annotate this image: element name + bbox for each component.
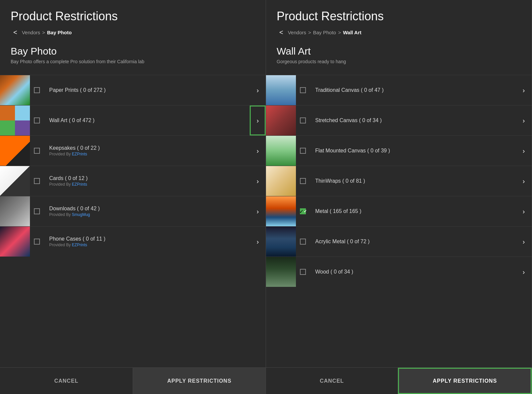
list-item-wood[interactable]: Wood ( 0 of 34 ) › bbox=[266, 257, 532, 287]
left-list: Paper Prints ( 0 of 272 ) › Wall Art ( 0… bbox=[0, 75, 266, 367]
thumb-traditional-canvas bbox=[266, 75, 296, 105]
chevron-flat-mounted-canvas[interactable]: › bbox=[516, 136, 532, 166]
left-apply-button[interactable]: APPLY RESTRICTIONS bbox=[133, 368, 266, 394]
right-apply-button[interactable]: APPLY RESTRICTIONS bbox=[398, 368, 532, 394]
checkbox-wall-art[interactable] bbox=[34, 117, 40, 123]
list-item-wall-art[interactable]: Wall Art ( 0 of 472 ) › bbox=[0, 105, 266, 135]
item-content-wood: Wood ( 0 of 34 ) bbox=[310, 265, 516, 279]
checkbox-metal[interactable]: ✓ bbox=[300, 208, 306, 214]
chevron-metal[interactable]: › bbox=[516, 196, 532, 226]
left-panel-title: Product Restrictions bbox=[11, 9, 255, 23]
list-item-thinwraps[interactable]: ThinWraps ( 0 of 81 ) › bbox=[266, 166, 532, 196]
checkbox-cards[interactable] bbox=[34, 178, 40, 184]
item-content-stretched-canvas: Stretched Canvas ( 0 of 34 ) bbox=[310, 113, 516, 127]
checkbox-phone-cases[interactable] bbox=[34, 239, 40, 245]
checkbox-thinwraps[interactable] bbox=[300, 178, 306, 184]
chevron-stretched-canvas[interactable]: › bbox=[516, 105, 532, 135]
item-name-flat-mounted-canvas: Flat Mounted Canvas ( 0 of 39 ) bbox=[315, 148, 510, 154]
chevron-downloads[interactable]: › bbox=[250, 196, 266, 226]
checkbox-flat-mounted-canvas[interactable] bbox=[300, 148, 306, 154]
list-item-traditional-canvas[interactable]: Traditional Canvas ( 0 of 47 ) › bbox=[266, 75, 532, 105]
checkbox-acrylic-metal[interactable] bbox=[300, 239, 306, 245]
right-back-button[interactable]: < bbox=[277, 27, 286, 38]
item-left-phone-cases: Phone Cases ( 0 of 11 ) Provided By EZPr… bbox=[30, 232, 250, 251]
item-content-wall-art: Wall Art ( 0 of 472 ) bbox=[44, 113, 250, 127]
right-cancel-button[interactable]: CANCEL bbox=[266, 368, 398, 394]
left-breadcrumb-base: Vendors bbox=[22, 30, 40, 35]
chevron-paper-prints[interactable]: › bbox=[250, 75, 266, 105]
item-name-downloads: Downloads ( 0 of 42 ) bbox=[49, 206, 244, 212]
left-breadcrumb: < Vendors > Bay Photo bbox=[11, 27, 255, 38]
chevron-traditional-canvas[interactable]: › bbox=[516, 75, 532, 105]
item-provider-cards: Provided By EZPrints bbox=[49, 182, 244, 187]
checkbox-traditional-canvas[interactable] bbox=[300, 87, 306, 93]
item-name-traditional-canvas: Traditional Canvas ( 0 of 47 ) bbox=[315, 87, 510, 93]
item-content-cards: Cards ( 0 of 12 ) Provided By EZPrints bbox=[44, 171, 250, 191]
right-panel-footer: CANCEL APPLY RESTRICTIONS bbox=[266, 367, 532, 394]
item-name-wall-art: Wall Art ( 0 of 472 ) bbox=[49, 117, 244, 123]
left-breadcrumb-sep: > bbox=[42, 30, 45, 35]
item-left-wood: Wood ( 0 of 34 ) bbox=[296, 265, 516, 279]
chevron-wood[interactable]: › bbox=[516, 257, 532, 287]
item-name-phone-cases: Phone Cases ( 0 of 11 ) bbox=[49, 236, 244, 242]
item-name-wood: Wood ( 0 of 34 ) bbox=[315, 269, 510, 275]
item-left-flat-mounted-canvas: Flat Mounted Canvas ( 0 of 39 ) bbox=[296, 144, 516, 158]
provider-link-downloads: SmugMug bbox=[72, 212, 90, 217]
right-category-description: Gorgeous products ready to hang bbox=[277, 59, 521, 64]
checkbox-stretched-canvas[interactable] bbox=[300, 117, 306, 123]
item-left-acrylic-metal: Acrylic Metal ( 0 of 72 ) bbox=[296, 235, 516, 249]
left-vendor-description: Bay Photo offers a complete Pro solution… bbox=[11, 59, 255, 64]
list-item-acrylic-metal[interactable]: Acrylic Metal ( 0 of 72 ) › bbox=[266, 226, 532, 257]
list-item-flat-mounted-canvas[interactable]: Flat Mounted Canvas ( 0 of 39 ) › bbox=[266, 135, 532, 166]
thumb-paper-prints bbox=[0, 75, 30, 105]
chevron-cards[interactable]: › bbox=[250, 166, 266, 196]
right-list: Traditional Canvas ( 0 of 47 ) › Stretch… bbox=[266, 75, 532, 367]
left-cancel-button[interactable]: CANCEL bbox=[0, 368, 133, 394]
checkbox-paper-prints[interactable] bbox=[34, 87, 40, 93]
item-content-keepsakes: Keepsakes ( 0 of 22 ) Provided By EZPrin… bbox=[44, 141, 250, 160]
provider-link-phone-cases: EZPrints bbox=[72, 243, 87, 247]
checkbox-wood[interactable] bbox=[300, 269, 306, 275]
right-panel: Product Restrictions < Vendors > Bay Pho… bbox=[266, 0, 532, 394]
left-back-button[interactable]: < bbox=[11, 27, 20, 38]
chevron-keepsakes[interactable]: › bbox=[250, 136, 266, 166]
list-item-phone-cases[interactable]: Phone Cases ( 0 of 11 ) Provided By EZPr… bbox=[0, 226, 266, 257]
item-content-traditional-canvas: Traditional Canvas ( 0 of 47 ) bbox=[310, 83, 516, 97]
item-left-keepsakes: Keepsakes ( 0 of 22 ) Provided By EZPrin… bbox=[30, 141, 250, 160]
item-content-metal: Metal ( 165 of 165 ) bbox=[310, 204, 516, 218]
thumb-downloads bbox=[0, 196, 30, 226]
list-item-keepsakes[interactable]: Keepsakes ( 0 of 22 ) Provided By EZPrin… bbox=[0, 135, 266, 166]
item-provider-phone-cases: Provided By EZPrints bbox=[49, 243, 244, 247]
item-left-paper-prints: Paper Prints ( 0 of 272 ) bbox=[30, 83, 250, 97]
checkbox-downloads[interactable] bbox=[34, 208, 40, 214]
item-content-acrylic-metal: Acrylic Metal ( 0 of 72 ) bbox=[310, 235, 516, 249]
item-content-paper-prints: Paper Prints ( 0 of 272 ) bbox=[44, 83, 250, 97]
checkbox-keepsakes[interactable] bbox=[34, 148, 40, 154]
item-name-paper-prints: Paper Prints ( 0 of 272 ) bbox=[49, 87, 244, 93]
item-name-cards: Cards ( 0 of 12 ) bbox=[49, 175, 244, 181]
chevron-acrylic-metal[interactable]: › bbox=[516, 227, 532, 257]
item-left-metal: ✓ Metal ( 165 of 165 ) bbox=[296, 204, 516, 218]
list-item-downloads[interactable]: Downloads ( 0 of 42 ) Provided By SmugMu… bbox=[0, 196, 266, 226]
item-name-keepsakes: Keepsakes ( 0 of 22 ) bbox=[49, 145, 244, 151]
right-category-name: Wall Art bbox=[277, 46, 521, 57]
thumb-stretched-canvas bbox=[266, 105, 296, 135]
chevron-wall-art[interactable]: › bbox=[250, 105, 266, 135]
right-panel-header: Product Restrictions < Vendors > Bay Pho… bbox=[266, 0, 532, 75]
item-name-stretched-canvas: Stretched Canvas ( 0 of 34 ) bbox=[315, 117, 510, 123]
chevron-phone-cases[interactable]: › bbox=[250, 227, 266, 257]
thumb-metal bbox=[266, 196, 296, 226]
item-content-phone-cases: Phone Cases ( 0 of 11 ) Provided By EZPr… bbox=[44, 232, 250, 251]
item-left-downloads: Downloads ( 0 of 42 ) Provided By SmugMu… bbox=[30, 202, 250, 221]
list-item-metal[interactable]: ✓ Metal ( 165 of 165 ) › bbox=[266, 196, 532, 226]
list-item-paper-prints[interactable]: Paper Prints ( 0 of 272 ) › bbox=[0, 75, 266, 105]
provider-link-keepsakes: EZPrints bbox=[72, 152, 87, 156]
chevron-thinwraps[interactable]: › bbox=[516, 166, 532, 196]
item-content-flat-mounted-canvas: Flat Mounted Canvas ( 0 of 39 ) bbox=[310, 144, 516, 158]
list-item-cards[interactable]: Cards ( 0 of 12 ) Provided By EZPrints › bbox=[0, 166, 266, 196]
left-panel: Product Restrictions < Vendors > Bay Pho… bbox=[0, 0, 266, 394]
list-item-stretched-canvas[interactable]: Stretched Canvas ( 0 of 34 ) › bbox=[266, 105, 532, 135]
right-breadcrumb-current: Wall Art bbox=[343, 30, 361, 35]
item-name-metal: Metal ( 165 of 165 ) bbox=[315, 208, 510, 214]
thumb-keepsakes bbox=[0, 136, 30, 166]
